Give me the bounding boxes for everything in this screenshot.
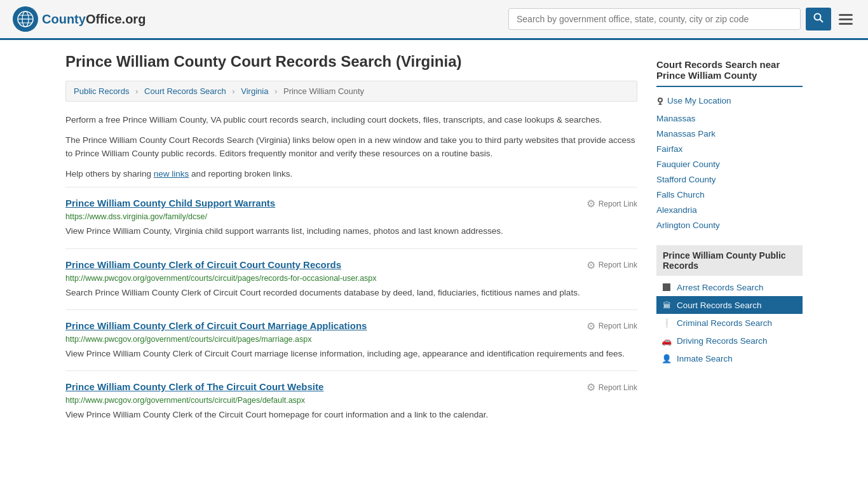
svg-point-8 (659, 98, 661, 101)
result-title-0[interactable]: Prince William County Child Support Warr… (65, 198, 275, 208)
result-url-2: http://www.pwcgov.org/government/courts/… (65, 335, 637, 344)
records-list-item[interactable]: ❕Criminal Records Search (656, 314, 803, 332)
record-person-icon: 👤 (661, 354, 672, 363)
report-link-0[interactable]: ⚙ Report Link (587, 198, 637, 210)
report-icon-1: ⚙ (587, 259, 595, 271)
result-desc-1: Search Prince William County Clerk of Ci… (65, 287, 637, 299)
search-button[interactable] (806, 8, 831, 30)
nearby-list-item: Fairfax (656, 141, 803, 156)
nearby-link-0[interactable]: Manassas (656, 114, 696, 123)
nearby-list-item: Fauquier County (656, 156, 803, 172)
menu-line3 (839, 23, 853, 25)
records-list-item[interactable]: 🏛Court Records Search (656, 296, 803, 314)
menu-line2 (839, 18, 853, 20)
nearby-link-2[interactable]: Fairfax (656, 144, 682, 154)
search-area (508, 8, 855, 30)
records-list-item[interactable]: 👤Inmate Search (656, 349, 803, 367)
report-icon-2: ⚙ (587, 320, 595, 332)
nearby-link-3[interactable]: Fauquier County (656, 159, 720, 169)
nearby-link-5[interactable]: Falls Church (656, 190, 705, 200)
report-link-1[interactable]: ⚙ Report Link (587, 259, 637, 271)
menu-line1 (839, 14, 853, 16)
report-icon-0: ⚙ (587, 198, 595, 210)
site-header: CountyOffice.org (0, 0, 868, 40)
report-link-3[interactable]: ⚙ Report Link (587, 381, 637, 393)
result-item: Prince William County Clerk of Circuit C… (65, 309, 637, 370)
result-desc-0: View Prince William County, Virginia chi… (65, 225, 637, 238)
result-title-3[interactable]: Prince William County Clerk of The Circu… (65, 381, 323, 392)
public-records-title: Prince William County Public Records (656, 245, 803, 276)
result-url-0: https://www.dss.virginia.gov/family/dcse… (65, 212, 637, 221)
records-label-1: Court Records Search (677, 301, 762, 310)
new-links-link[interactable]: new links (154, 169, 189, 179)
records-list-item[interactable]: 🚗Driving Records Search (656, 332, 803, 349)
breadcrumb-current: Prince William County (283, 86, 364, 96)
result-header: Prince William County Clerk of Circuit C… (65, 320, 637, 332)
report-link-2[interactable]: ⚙ Report Link (587, 320, 637, 332)
sidebar-nearby-title: Court Records Search near Prince William… (656, 53, 803, 87)
nearby-list-item: Alexandria (656, 202, 803, 217)
record-icon-0 (661, 282, 672, 292)
records-link-3[interactable]: Driving Records Search (677, 336, 768, 346)
result-item: Prince William County Clerk of The Circu… (65, 370, 637, 431)
record-icon-1: 🏛 (661, 300, 672, 310)
record-exclaim-icon: ❕ (661, 318, 672, 328)
desc-para3: Help others by sharing new links and rep… (65, 167, 637, 181)
breadcrumb-court-records-search[interactable]: Court Records Search (144, 86, 226, 96)
svg-point-5 (815, 14, 821, 20)
nearby-link-1[interactable]: Manassas Park (656, 129, 715, 139)
logo-text: CountyOffice.org (42, 12, 146, 27)
nearby-links-list: ManassasManassas ParkFairfaxFauquier Cou… (656, 111, 803, 233)
nearby-link-7[interactable]: Arlington County (656, 220, 720, 230)
result-desc-2: View Prince William County Clerk of Circ… (65, 348, 637, 360)
record-car-icon: 🚗 (661, 336, 672, 346)
nearby-list-item: Manassas Park (656, 126, 803, 141)
records-list-item[interactable]: Arrest Records Search (656, 278, 803, 296)
result-header: Prince William County Clerk of The Circu… (65, 381, 637, 393)
main-container: Prince William County Court Records Sear… (53, 40, 815, 444)
desc-para1: Perform a free Prince William County, VA… (65, 113, 637, 127)
logo-area: CountyOffice.org (13, 6, 146, 32)
breadcrumb: Public Records › Court Records Search › … (65, 81, 637, 102)
results-list: Prince William County Child Support Warr… (65, 187, 637, 431)
page-title: Prince William County Court Records Sear… (65, 53, 637, 71)
menu-button[interactable] (836, 11, 855, 27)
record-icon-4: 👤 (661, 353, 672, 363)
result-header: Prince William County Clerk of Circuit C… (65, 259, 637, 271)
svg-line-6 (820, 20, 824, 23)
records-link-0[interactable]: Arrest Records Search (677, 283, 764, 292)
result-url-3: http://www.pwcgov.org/government/courts/… (65, 396, 637, 405)
records-link-2[interactable]: Criminal Records Search (677, 318, 772, 328)
logo-suffix: Office.org (86, 12, 146, 26)
svg-marker-9 (658, 102, 662, 105)
content-area: Prince William County Court Records Sear… (65, 53, 637, 431)
records-link-4[interactable]: Inmate Search (677, 354, 733, 363)
result-title-1[interactable]: Prince William County Clerk of Circuit C… (65, 259, 341, 270)
record-square-icon (663, 283, 670, 291)
nearby-list-item: Arlington County (656, 217, 803, 233)
nearby-list-item: Stafford County (656, 172, 803, 187)
logo-county: County (42, 12, 86, 26)
nearby-list-item: Manassas (656, 111, 803, 126)
record-icon-2: ❕ (661, 318, 672, 328)
nearby-link-6[interactable]: Alexandria (656, 205, 697, 215)
use-location-button[interactable]: Use My Location (656, 93, 803, 111)
report-icon-3: ⚙ (587, 381, 595, 393)
breadcrumb-virginia[interactable]: Virginia (241, 86, 268, 96)
sidebar: Court Records Search near Prince William… (656, 53, 803, 431)
result-url-1: http://www.pwcgov.org/government/courts/… (65, 274, 637, 283)
records-list: Arrest Records Search🏛Court Records Sear… (656, 278, 803, 367)
record-icon-3: 🚗 (661, 336, 672, 346)
result-title-2[interactable]: Prince William County Clerk of Circuit C… (65, 320, 367, 331)
description-section: Perform a free Prince William County, VA… (65, 113, 637, 180)
record-building-icon: 🏛 (663, 301, 671, 310)
result-header: Prince William County Child Support Warr… (65, 198, 637, 210)
public-records-section: Prince William County Public Records Arr… (656, 245, 803, 367)
search-input[interactable] (508, 8, 801, 30)
result-item: Prince William County Child Support Warr… (65, 187, 637, 248)
nearby-link-4[interactable]: Stafford County (656, 175, 716, 184)
desc-para2: The Prince William County Court Records … (65, 133, 637, 161)
logo-icon (13, 6, 38, 32)
result-item: Prince William County Clerk of Circuit C… (65, 248, 637, 309)
breadcrumb-public-records[interactable]: Public Records (74, 86, 129, 96)
